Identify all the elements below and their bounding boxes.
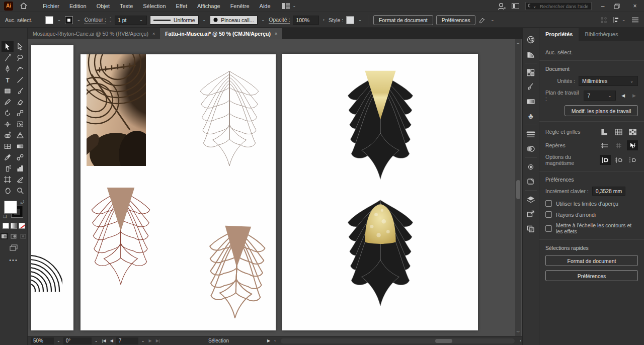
layers-panel-icon[interactable] [523, 192, 538, 207]
stroke-weight-field[interactable]: 1 pt⌄ [115, 16, 147, 25]
opacity-label[interactable]: Opacité : [269, 17, 290, 24]
checkbox[interactable] [545, 200, 552, 207]
canvas[interactable]: ︿ ﹀ [28, 39, 522, 336]
line-segment-tool[interactable] [14, 74, 26, 85]
zoom-tool[interactable] [14, 185, 26, 196]
chevron-down-icon[interactable]: ⌄ [138, 18, 144, 22]
artboard-select[interactable]: 7⌄ [584, 91, 616, 101]
feather-black-gold-triangle[interactable] [338, 69, 423, 185]
status-back-icon[interactable]: ‹ [273, 338, 277, 343]
snap-to-grid-toggle[interactable] [613, 155, 624, 165]
preview-bounds-option[interactable]: Utiliser les limites d'aperçu [545, 200, 638, 207]
snap-to-pixel-toggle[interactable] [627, 155, 638, 165]
menu-affichage[interactable]: Affichage [193, 1, 225, 11]
menu-fenetre[interactable]: Fenêtre [226, 1, 254, 11]
show-transparency-grid-toggle[interactable] [627, 127, 638, 137]
swap-fill-stroke-icon[interactable]: ⤾ [21, 200, 25, 205]
swatches-panel-icon[interactable] [523, 65, 538, 79]
document-setup-button[interactable]: Format de document [373, 15, 433, 25]
previous-artboard-button[interactable]: ◀ [619, 93, 627, 98]
quick-document-setup-button[interactable]: Format de document [545, 255, 638, 266]
search-input[interactable] [539, 3, 589, 10]
chevron-down-icon[interactable]: ⌄ [56, 338, 61, 343]
gradient-panel-icon[interactable] [523, 94, 538, 109]
rotate-tool[interactable] [2, 108, 14, 118]
fill-stroke-indicator[interactable]: ⤾ ❏ [4, 201, 23, 220]
first-artboard-button[interactable]: |◀ [101, 338, 107, 343]
previous-artboard-button[interactable]: ◀ [109, 338, 114, 343]
menu-aide[interactable]: Aide [255, 1, 275, 11]
edit-artboards-button[interactable]: Modif. les plans de travail [565, 105, 638, 116]
appearance-panel-icon[interactable] [523, 159, 538, 174]
fill-color-swatch[interactable] [45, 16, 53, 24]
blend-tool[interactable] [14, 152, 26, 162]
width-tool[interactable] [2, 119, 14, 129]
scale-tool[interactable] [14, 108, 26, 118]
none-button[interactable] [19, 223, 25, 229]
quick-preferences-button[interactable]: Préférences [545, 270, 638, 281]
minimize-button[interactable]: – [598, 3, 608, 10]
help-search[interactable]: ⌄ [525, 2, 592, 10]
chevron-down-icon[interactable]: ⌄ [56, 18, 62, 22]
color-guide-panel-icon[interactable] [523, 47, 538, 61]
units-select[interactable]: Millimètres⌄ [579, 76, 638, 86]
close-tab-icon[interactable]: × [152, 31, 155, 36]
workspace-switcher[interactable]: ⌄ [282, 3, 297, 9]
smart-guides-toggle[interactable] [627, 140, 638, 150]
stroke-weight-stepper[interactable]: ⌃⌄ [109, 18, 112, 23]
selection-tool[interactable] [2, 41, 14, 52]
rectangle-tool[interactable] [2, 85, 14, 96]
scroll-right-icon[interactable]: › [519, 338, 522, 343]
mesh-tool[interactable] [2, 141, 14, 151]
checkbox[interactable] [545, 211, 552, 218]
status-play-icon[interactable]: ▶ [266, 338, 271, 343]
paintbrush-tool[interactable] [14, 85, 26, 96]
fill-proxy[interactable] [4, 201, 17, 214]
artboard-middle[interactable] [80, 54, 276, 330]
column-graph-tool[interactable] [14, 163, 26, 174]
tab-fattu-in-museu[interactable]: Fattu-in-Museu.ai* @ 50 % (CMJN/Aperçu)× [160, 28, 282, 39]
stroke-weight-label[interactable]: Contour : [85, 17, 106, 24]
chevron-down-icon[interactable]: ⌄ [490, 18, 495, 22]
transparency-panel-icon[interactable] [523, 141, 538, 156]
gradient-button[interactable] [11, 223, 17, 229]
artboard-tool[interactable] [2, 174, 14, 185]
menu-selection[interactable]: Sélection [138, 1, 170, 11]
artboard-left[interactable] [31, 45, 73, 330]
stroke-color-swatch[interactable] [65, 16, 73, 24]
vertical-scrollbar[interactable]: ︿ ﹀ [515, 39, 521, 336]
chevron-right-icon[interactable]: › [322, 18, 326, 22]
zoom-level-select[interactable]: 50% [31, 337, 54, 344]
vertical-scroll-thumb[interactable] [516, 180, 520, 199]
graphic-styles-panel-icon[interactable] [523, 174, 538, 189]
shape-builder-tool[interactable] [2, 130, 14, 140]
next-artboard-button[interactable]: ▶ [630, 93, 638, 98]
arrange-documents-icon[interactable] [512, 3, 519, 9]
symbol-sprayer-tool[interactable] [2, 163, 14, 174]
menu-texte[interactable]: Texte [115, 1, 137, 11]
pen-tool[interactable] [2, 63, 14, 74]
draw-inside-mode[interactable] [20, 233, 27, 239]
default-fill-stroke-icon[interactable]: ❏ [3, 214, 7, 219]
chevron-down-icon[interactable]: ⌄ [261, 18, 266, 22]
concentric-arcs-artwork[interactable] [31, 250, 62, 292]
horizontal-scrollbar[interactable] [281, 338, 515, 343]
screen-mode-button[interactable] [9, 244, 18, 251]
draw-normal-mode[interactable] [1, 233, 8, 239]
brush-select[interactable]: Pinceau call... [210, 16, 257, 25]
show-grid-toggle[interactable] [613, 127, 624, 137]
artboard-number-select[interactable]: 7 [116, 337, 138, 344]
next-artboard-button[interactable]: ▶ [148, 338, 153, 343]
menu-effet[interactable]: Effet [172, 1, 192, 11]
stroke-panel-icon[interactable] [523, 127, 538, 141]
preferences-button[interactable]: Préférences [436, 15, 476, 25]
menu-fichier[interactable]: Fichier [38, 1, 64, 11]
close-tab-icon[interactable]: × [275, 31, 277, 36]
stroke-profile-select[interactable]: Uniforme [150, 16, 199, 25]
feather-brush-tan[interactable] [198, 219, 274, 328]
hand-tool[interactable] [2, 185, 14, 196]
slice-tool[interactable] [14, 174, 26, 185]
scroll-up-icon[interactable]: ︿ [515, 40, 521, 46]
lock-guides-toggle[interactable] [613, 140, 624, 150]
last-artboard-button[interactable]: ▶| [155, 338, 161, 343]
